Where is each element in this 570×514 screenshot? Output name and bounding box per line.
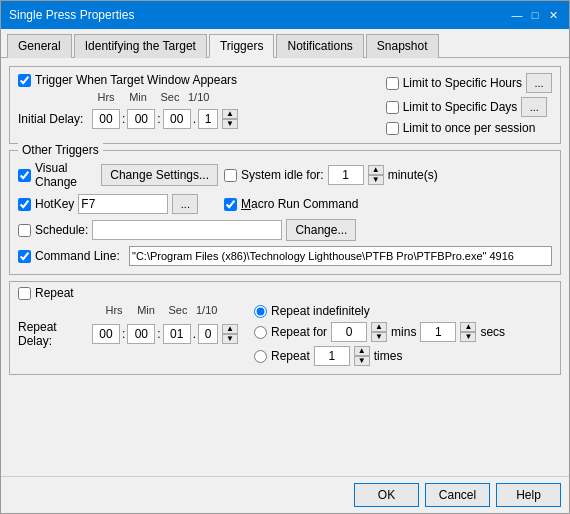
repeat-indefinitely-radio[interactable]: [254, 305, 267, 318]
r-mins-up[interactable]: ▲: [371, 322, 387, 332]
repeat-time-fields: : : . ▲ ▼: [92, 324, 238, 344]
rdel-spin-down[interactable]: ▼: [222, 334, 238, 344]
repeat-for-secs-input[interactable]: [420, 322, 456, 342]
rdel-hrs-input[interactable]: [92, 324, 120, 344]
limit-hours-checkbox[interactable]: [386, 77, 399, 90]
time-labels-row: Hrs Min Sec 1/10: [92, 91, 238, 103]
time-fields: : : . ▲ ▼: [92, 109, 238, 129]
r-times-up[interactable]: ▲: [354, 346, 370, 356]
other-triggers-legend: Other Triggers: [18, 143, 103, 157]
change-btn[interactable]: Change...: [286, 219, 356, 241]
command-line-checkbox[interactable]: [18, 250, 31, 263]
repeat-delay-label: Repeat Delay:: [18, 320, 88, 348]
window-title: Single Press Properties: [9, 8, 134, 22]
close-button[interactable]: ✕: [545, 7, 561, 23]
command-line-label: Command Line:: [35, 249, 125, 263]
delay-tenth-input[interactable]: [198, 109, 218, 129]
repeat-time-labels: Hrs Min Sec 1/10: [100, 304, 238, 316]
delay-min-input[interactable]: [127, 109, 155, 129]
repeat-times-input[interactable]: [314, 346, 350, 366]
command-line-col: Command Line:: [18, 246, 552, 266]
minimize-button[interactable]: —: [509, 7, 525, 23]
macro-run-checkbox[interactable]: [224, 198, 237, 211]
r-tenth-label: 1/10: [196, 304, 216, 316]
repeat-for-mins-input[interactable]: [331, 322, 367, 342]
visual-change-checkbox[interactable]: [18, 169, 31, 182]
hotkey-input[interactable]: [78, 194, 168, 214]
min-label: Min: [124, 91, 152, 103]
trigger-when-label: Trigger When Target Window Appears: [35, 73, 237, 87]
system-idle-label: System idle for:: [241, 168, 324, 182]
tab-notifications[interactable]: Notifications: [276, 34, 363, 58]
sec-label: Sec: [156, 91, 184, 103]
times-label: times: [374, 349, 403, 363]
limit-hours-row: Limit to Specific Hours ...: [386, 73, 552, 93]
cancel-button[interactable]: Cancel: [425, 483, 490, 507]
idle-spin-up[interactable]: ▲: [368, 165, 384, 175]
limit-days-row: Limit to Specific Days ...: [386, 97, 552, 117]
change-settings-btn[interactable]: Change Settings...: [101, 164, 218, 186]
r-times-down[interactable]: ▼: [354, 356, 370, 366]
delay-sec-input[interactable]: [163, 109, 191, 129]
delay-spin-up[interactable]: ▲: [222, 109, 238, 119]
rdel-min-input[interactable]: [127, 324, 155, 344]
trigger-when-checkbox[interactable]: [18, 74, 31, 87]
idle-spinner: ▲ ▼: [368, 165, 384, 185]
mins-label: mins: [391, 325, 416, 339]
repeat-secs-spinner: ▲ ▼: [460, 322, 476, 342]
repeat-for-row: Repeat for ▲ ▼ mins ▲ ▼ secs: [254, 322, 505, 342]
hotkey-row: HotKey ... Macro Run Command: [18, 194, 552, 214]
repeat-mins-spinner: ▲ ▼: [371, 322, 387, 342]
delay-spin-down[interactable]: ▼: [222, 119, 238, 129]
repeat-times-radio[interactable]: [254, 350, 267, 363]
r-secs-up[interactable]: ▲: [460, 322, 476, 332]
tab-triggers[interactable]: Triggers: [209, 34, 275, 58]
limit-days-btn[interactable]: ...: [521, 97, 547, 117]
other-triggers-section: Other Triggers Visual Change Change Sett…: [9, 150, 561, 275]
repeat-section: Repeat Hrs Min Sec 1/10 Repeat Delay:: [9, 281, 561, 375]
visual-change-row: Visual Change Change Settings... System …: [18, 161, 552, 189]
system-idle-col: System idle for: ▲ ▼ minute(s): [224, 165, 438, 185]
limit-once-checkbox[interactable]: [386, 122, 399, 135]
repeat-for-label: Repeat for: [271, 325, 327, 339]
idle-spin-down[interactable]: ▼: [368, 175, 384, 185]
sep2: :: [157, 112, 160, 126]
r-mins-down[interactable]: ▼: [371, 332, 387, 342]
system-idle-input[interactable]: [328, 165, 364, 185]
secs-label: secs: [480, 325, 505, 339]
tab-identifying-target[interactable]: Identifying the Target: [74, 34, 207, 58]
trigger-right: Limit to Specific Hours ... Limit to Spe…: [386, 73, 552, 135]
tab-bar: General Identifying the Target Triggers …: [1, 29, 569, 58]
initial-delay-label: Initial Delay:: [18, 112, 88, 126]
hotkey-checkbox[interactable]: [18, 198, 31, 211]
hotkey-label: HotKey: [35, 197, 74, 211]
hotkey-ellipsis-btn[interactable]: ...: [172, 194, 198, 214]
repeat-checkbox-row: Repeat: [18, 286, 552, 300]
help-button[interactable]: Help: [496, 483, 561, 507]
tab-general[interactable]: General: [7, 34, 72, 58]
tenth-label: 1/10: [188, 91, 208, 103]
r-secs-down[interactable]: ▼: [460, 332, 476, 342]
repeat-checkbox[interactable]: [18, 287, 31, 300]
ok-button[interactable]: OK: [354, 483, 419, 507]
system-idle-checkbox[interactable]: [224, 169, 237, 182]
visual-change-col: Visual Change Change Settings...: [18, 161, 218, 189]
limit-days-checkbox[interactable]: [386, 101, 399, 114]
tab-snapshot[interactable]: Snapshot: [366, 34, 439, 58]
limit-hours-btn[interactable]: ...: [526, 73, 552, 93]
schedule-checkbox[interactable]: [18, 224, 31, 237]
rdel-sec-input[interactable]: [163, 324, 191, 344]
trigger-when-row: Trigger When Target Window Appears: [18, 73, 238, 87]
delay-hrs-input[interactable]: [92, 109, 120, 129]
repeat-for-radio[interactable]: [254, 326, 267, 339]
limit-days-label: Limit to Specific Days: [403, 100, 518, 114]
r-min-label: Min: [132, 304, 160, 316]
rdel-tenth-input[interactable]: [198, 324, 218, 344]
schedule-col: Schedule: Change...: [18, 219, 552, 241]
maximize-button[interactable]: □: [527, 7, 543, 23]
content-area: Trigger When Target Window Appears Hrs M…: [1, 58, 569, 476]
schedule-input[interactable]: [92, 220, 282, 240]
command-line-input[interactable]: [129, 246, 552, 266]
rdel-spin-up[interactable]: ▲: [222, 324, 238, 334]
other-triggers-grid: Visual Change Change Settings... System …: [18, 161, 552, 266]
